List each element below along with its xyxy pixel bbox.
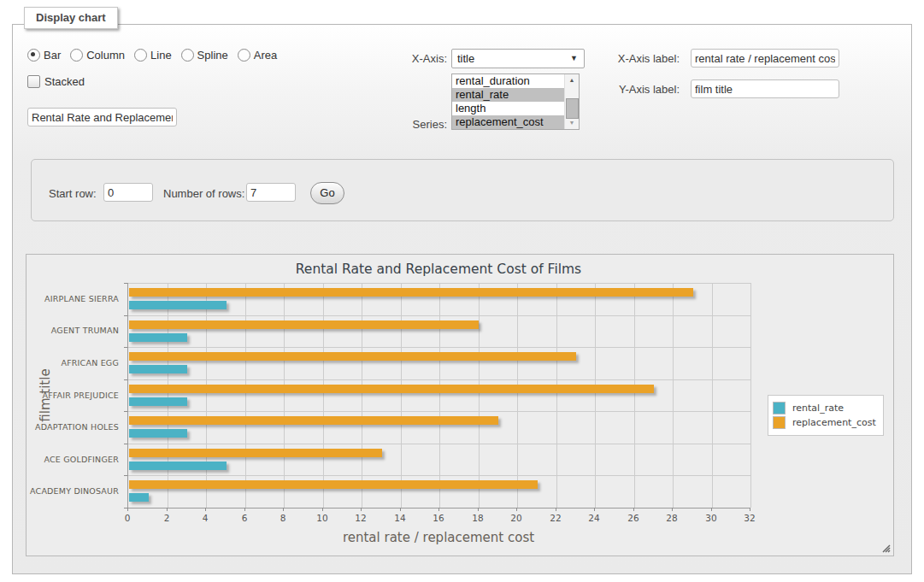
series-option-rental_rate[interactable]: rental_rate	[452, 88, 564, 102]
stacked-checkbox[interactable]	[27, 75, 40, 88]
radio-label: Column	[86, 49, 125, 62]
x-axis-title: rental rate / replacement cost	[127, 530, 750, 545]
y-tick	[124, 379, 127, 380]
x-tick-label: 6	[242, 513, 248, 523]
x-axis-field-label: X-Axis:	[359, 52, 447, 65]
bar-replacement_cost	[129, 385, 654, 393]
gridline	[712, 283, 713, 508]
x-tick-label: 8	[280, 513, 286, 523]
series-option-rental_duration[interactable]: rental_duration	[452, 74, 564, 88]
x-axis-label-input[interactable]	[691, 49, 839, 68]
x-tick-label: 30	[705, 513, 716, 523]
series-option-replacement_cost[interactable]: replacement_cost	[452, 115, 564, 129]
chart-type-radio-column[interactable]: Column	[70, 49, 125, 62]
x-tick	[750, 508, 750, 511]
gridline	[673, 283, 674, 508]
category-label: AIRPLANE SIERRA	[26, 294, 119, 304]
radio-icon[interactable]	[238, 49, 250, 62]
radio-icon[interactable]	[27, 49, 40, 62]
fieldset-legend: Display chart	[24, 7, 118, 29]
legend-entry-replacement_cost: replacement_cost	[773, 416, 876, 429]
category-label: AFFAIR PREJUDICE	[26, 391, 119, 401]
x-tick-label: 26	[627, 513, 639, 523]
stacked-checkbox-row[interactable]: Stacked	[27, 75, 85, 88]
bar-replacement_cost	[129, 352, 576, 361]
bar-rental_rate	[129, 301, 227, 309]
bar-rental_rate	[129, 365, 187, 373]
x-tick-label: 20	[510, 513, 521, 523]
chart-type-radio-bar[interactable]: Bar	[27, 49, 61, 62]
y-tick	[124, 475, 127, 476]
x-tick-label: 14	[394, 513, 405, 523]
x-tick	[205, 508, 206, 511]
legend-swatch-icon	[773, 402, 786, 414]
y-tick	[124, 411, 127, 412]
scroll-down-icon[interactable]: ▼	[565, 117, 579, 129]
start-row-input[interactable]	[103, 183, 153, 202]
x-tick-label: 18	[472, 513, 483, 523]
gridline	[128, 283, 750, 284]
radio-icon[interactable]	[70, 49, 83, 62]
resize-handle-icon[interactable]	[880, 543, 891, 553]
gridline	[128, 444, 750, 444]
y-axis-label-label: Y-Axis label:	[590, 83, 680, 96]
scrollbar-thumb[interactable]	[566, 98, 579, 119]
category-label: ACE GOLDFINGER	[26, 455, 119, 465]
gridline	[128, 411, 750, 412]
go-button[interactable]: Go	[310, 182, 344, 204]
chart-legend: rental_ratereplacement_cost	[768, 395, 884, 436]
x-tick	[438, 508, 439, 511]
series-listbox[interactable]: rental_durationrental_ratelengthreplacem…	[451, 73, 580, 130]
x-tick	[167, 508, 168, 511]
series-option-length[interactable]: length	[452, 102, 564, 115]
x-tick-label: 28	[666, 513, 677, 523]
gridline	[556, 283, 557, 508]
x-tick-label: 16	[433, 513, 444, 523]
x-tick	[594, 508, 595, 511]
bar-rental_rate	[129, 397, 187, 406]
radio-icon[interactable]	[134, 49, 147, 62]
start-row-label: Start row:	[49, 187, 97, 200]
gridline	[128, 475, 750, 476]
scroll-up-icon[interactable]: ▲	[565, 74, 579, 86]
category-label: AFRICAN EGG	[26, 358, 119, 368]
x-axis-select[interactable]: title ▼	[451, 49, 585, 68]
bar-replacement_cost	[129, 416, 498, 425]
chart-title: Rental Rate and Replacement Cost of Film…	[127, 262, 750, 277]
x-tick-label: 0	[125, 513, 131, 523]
num-rows-input[interactable]	[246, 183, 296, 202]
y-tick	[124, 444, 127, 444]
rows-panel: Start row: Number of rows: Go	[31, 159, 894, 221]
x-tick-label: 12	[355, 513, 366, 523]
bar-replacement_cost	[129, 288, 693, 297]
legend-label: replacement_cost	[792, 417, 876, 428]
chart-type-radio-spline[interactable]: Spline	[181, 49, 228, 62]
gridline	[362, 283, 362, 508]
y-tick	[124, 508, 127, 509]
gridline	[323, 283, 324, 508]
bar-rental_rate	[129, 461, 227, 470]
chart-title-input[interactable]	[27, 108, 177, 126]
gridline	[168, 283, 168, 508]
x-tick	[711, 508, 712, 511]
gridline	[128, 347, 750, 348]
y-axis-label-input[interactable]	[691, 79, 839, 98]
x-tick	[127, 508, 128, 511]
x-tick	[478, 508, 479, 511]
gridline	[634, 283, 635, 508]
gridline	[517, 283, 518, 508]
chart-type-radio-area[interactable]: Area	[238, 49, 277, 62]
x-tick	[516, 508, 517, 511]
gridline	[245, 283, 246, 508]
gridline	[595, 283, 596, 508]
x-tick-label: 4	[203, 513, 209, 523]
series-scrollbar[interactable]: ▲ ▼	[564, 74, 579, 129]
x-tick-label: 24	[588, 513, 599, 523]
chart-type-radio-group: BarColumnLineSplineArea	[27, 49, 286, 62]
gridline	[479, 283, 480, 508]
gridline	[750, 283, 751, 508]
chart-type-radio-line[interactable]: Line	[134, 49, 172, 62]
gridline	[401, 283, 402, 508]
radio-icon[interactable]	[181, 49, 194, 62]
bar-rental_rate	[129, 429, 187, 438]
